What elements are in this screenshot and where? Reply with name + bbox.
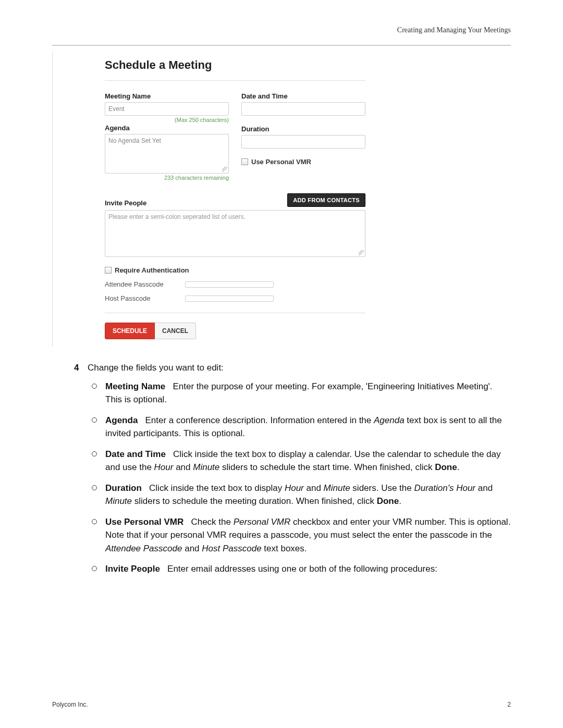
bullet-date-time: Date and Time Click inside the text box … [92, 448, 511, 474]
running-header: Creating and Managing Your Meetings [52, 26, 511, 45]
footer-page-number: 2 [507, 701, 511, 708]
host-passcode-input[interactable] [185, 295, 274, 302]
invite-people-textarea[interactable]: Please enter a semi-colon seperated list… [105, 210, 365, 257]
require-authentication-label: Require Authentication [115, 266, 189, 274]
resize-handle-icon[interactable] [222, 167, 227, 172]
screenshot-region: Schedule a Meeting Meeting Name Event (M… [52, 51, 511, 347]
invite-people-label: Invite People [105, 199, 146, 207]
schedule-button[interactable]: SCHEDULE [105, 323, 155, 339]
agenda-hint: 233 characters remaining [105, 175, 229, 181]
date-time-input[interactable] [241, 102, 365, 116]
step-text: Change the fields you want to edit: [88, 361, 224, 375]
document-page: Creating and Managing Your Meetings Sche… [0, 0, 563, 728]
button-divider [105, 313, 365, 313]
step-number: 4 [74, 361, 81, 375]
agenda-value: No Agenda Set Yet [108, 137, 161, 144]
bullet-invite: Invite People Enter email addresses usin… [92, 562, 511, 576]
attendee-passcode-input[interactable] [185, 281, 274, 288]
attendee-passcode-label: Attendee Passcode [105, 280, 178, 288]
meeting-name-input[interactable]: Event [105, 102, 229, 116]
footer-company: Polycom Inc. [52, 701, 88, 708]
duration-input[interactable] [241, 135, 365, 149]
meeting-name-label: Meeting Name [105, 92, 229, 100]
date-time-label: Date and Time [241, 92, 365, 100]
host-passcode-label: Host Passcode [105, 294, 178, 302]
meeting-name-hint: (Max 250 characters) [105, 117, 229, 123]
use-personal-vmr-row[interactable]: Use Personal VMR [241, 158, 365, 166]
invite-placeholder: Please enter a semi-colon seperated list… [108, 213, 246, 220]
instruction-block: 4 Change the fields you want to edit: Me… [52, 361, 511, 576]
page-footer: Polycom Inc. 2 [52, 701, 511, 708]
add-from-contacts-button[interactable]: ADD FROM CONTACTS [287, 193, 365, 207]
title-divider [105, 80, 365, 81]
checkbox-icon[interactable] [241, 158, 248, 165]
cancel-button[interactable]: CANCEL [155, 323, 196, 339]
use-personal-vmr-label: Use Personal VMR [251, 158, 311, 166]
checkbox-icon[interactable] [105, 267, 112, 274]
schedule-meeting-form: Schedule a Meeting Meeting Name Event (M… [100, 51, 371, 347]
bullet-duration: Duration Click inside the text box to di… [92, 482, 511, 508]
agenda-textarea[interactable]: No Agenda Set Yet [105, 134, 229, 174]
form-title: Schedule a Meeting [105, 58, 365, 72]
agenda-label: Agenda [105, 124, 229, 132]
bullet-agenda: Agenda Enter a conference description. I… [92, 414, 511, 440]
require-authentication-row[interactable]: Require Authentication [105, 266, 365, 274]
duration-label: Duration [241, 125, 365, 133]
resize-handle-icon[interactable] [359, 250, 364, 255]
header-divider [52, 45, 511, 46]
bullet-meeting-name: Meeting Name Enter the purpose of your m… [92, 380, 511, 406]
bullet-vmr: Use Personal VMR Check the Personal VMR … [92, 515, 511, 556]
